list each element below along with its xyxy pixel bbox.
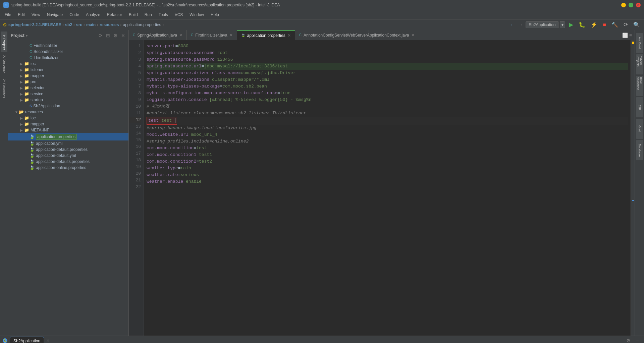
- code-editor[interactable]: server.port=8080 spring.datasource.usern…: [144, 40, 631, 336]
- tree-item-resources[interactable]: ▼ 📂 resources: [8, 109, 128, 115]
- tree-item-secondinitializer[interactable]: C SecondInitializer: [8, 49, 128, 55]
- run-selector-chevron[interactable]: ▾: [560, 21, 565, 28]
- tree-item-listener[interactable]: ▶ 📁 listener: [8, 67, 128, 73]
- debug-minimize-button[interactable]: ─: [634, 338, 641, 343]
- breadcrumb-root[interactable]: spring-boot-2.2.1.RELEASE: [8, 22, 61, 27]
- split-editor-button[interactable]: ⬜: [622, 33, 628, 38]
- tree-arrow: ▶: [20, 92, 24, 96]
- tab-application-properties[interactable]: 🍃 application.properties ✕: [237, 30, 295, 40]
- menu-item-run[interactable]: Run: [141, 11, 155, 18]
- properties-icon: 🍃: [30, 141, 35, 146]
- sync-button[interactable]: ⟳: [98, 32, 103, 39]
- tree-item-mapper[interactable]: ▶ 📁 mapper: [8, 73, 128, 79]
- code-line-21: weather.enable=enable: [147, 178, 628, 185]
- close-panel-button[interactable]: ✕: [120, 32, 126, 39]
- run-green-button[interactable]: ▶: [568, 21, 575, 28]
- code-line-18: com.mooc.condition2=test2: [147, 158, 628, 165]
- tree-item-startup[interactable]: ▶ 📁 startup: [8, 97, 128, 103]
- tree-item-pro[interactable]: ▶ 📁 pro: [8, 79, 128, 85]
- ant-build-panel-button[interactable]: Ant Build: [636, 33, 643, 53]
- breadcrumb-sb2[interactable]: sb2: [65, 22, 72, 27]
- menu-item-view[interactable]: View: [28, 11, 44, 18]
- tree-item-application-defaults-properties[interactable]: 🍃 application-defaults.properties: [8, 159, 128, 165]
- tree-item-service[interactable]: ▶ 📁 service: [8, 91, 128, 97]
- tree-label: pro: [31, 79, 36, 84]
- folder-icon: 📁: [24, 85, 29, 90]
- breadcrumb-resources[interactable]: resources: [100, 22, 119, 27]
- tree-label: application.properties: [36, 134, 77, 140]
- sidebar-header: Project ▾ ⟳ ⊟ ⚙ ✕: [8, 30, 128, 41]
- search-everywhere-button[interactable]: 🔍: [632, 21, 641, 28]
- nav-back-button[interactable]: ←: [509, 22, 515, 28]
- tab-close-button[interactable]: ✕: [229, 33, 233, 38]
- editor-scrollbar[interactable]: [631, 40, 635, 336]
- maven-panel-button[interactable]: Maven Projects: [636, 54, 643, 74]
- recent-files-button[interactable]: ≡: [629, 33, 632, 38]
- close-button[interactable]: ✕: [636, 3, 641, 7]
- run-coverage-button[interactable]: ⚡: [589, 21, 599, 28]
- tree-item-application-default-yml[interactable]: 🍃 application-default.yml: [8, 153, 128, 159]
- vtab-structure[interactable]: Z-Structure: [1, 52, 7, 76]
- breadcrumb-file[interactable]: application.properties: [123, 22, 161, 27]
- sidebar-icons: ⟳ ⊟ ⚙ ✕: [98, 32, 126, 39]
- tree-item-selector[interactable]: ▶ 📁 selector: [8, 85, 128, 91]
- tree-label: Sb2Application: [33, 104, 60, 108]
- tab-firstinitializer[interactable]: C FirstInitializer.java ✕: [187, 30, 237, 40]
- tree-item-resources-ioc[interactable]: ▶ 📁 ioc: [8, 115, 128, 121]
- tree-item-application-online-properties[interactable]: 🍃 application-online.properties: [8, 165, 128, 171]
- tree-label: application-default.yml: [36, 153, 76, 158]
- menu-item-refactor[interactable]: Refactor: [104, 11, 125, 18]
- tree-item-application-yml[interactable]: 🍃 application.yml: [8, 140, 128, 147]
- menu-item-file[interactable]: File: [1, 11, 14, 18]
- run-reload-button[interactable]: ⟳: [622, 21, 629, 28]
- menu-item-vcs[interactable]: VCS: [171, 11, 186, 18]
- breadcrumb-src[interactable]: src: [76, 22, 82, 27]
- tree-item-firstinitializer[interactable]: C FirstInitializer: [8, 43, 128, 49]
- tab-close-button[interactable]: ✕: [179, 33, 182, 38]
- window-title: spring-boot-build [E:\IDEA\springboot_so…: [11, 3, 621, 7]
- tree-item-application-properties[interactable]: 🍃 application.properties: [8, 133, 128, 140]
- menu-item-tools[interactable]: Tools: [155, 11, 171, 18]
- collapse-button[interactable]: ⊟: [105, 32, 111, 39]
- code-line-2: spring.datasource.username=root: [147, 50, 628, 56]
- menu-item-navigate[interactable]: Navigate: [44, 11, 66, 18]
- debug-tab-close[interactable]: ✕: [46, 338, 50, 343]
- menu-item-code[interactable]: Code: [66, 11, 83, 18]
- maximize-button[interactable]: □: [629, 3, 633, 7]
- sidebar-dropdown-icon[interactable]: ▾: [26, 34, 28, 38]
- vtab-favorites[interactable]: 2: Favorites: [1, 76, 7, 101]
- minimize-button[interactable]: ─: [621, 3, 626, 7]
- tree-item-ioc[interactable]: ▶ 📁 ioc: [8, 61, 128, 67]
- run-debug-button[interactable]: 🐛: [577, 21, 587, 28]
- folder-icon: 📁: [24, 73, 29, 78]
- menu-item-help[interactable]: Help: [207, 11, 222, 18]
- tab-close-button[interactable]: ✕: [287, 33, 291, 38]
- run-stop-button[interactable]: ■: [601, 21, 607, 28]
- database-panel-button[interactable]: Database: [636, 140, 643, 160]
- tree-item-application-default-properties[interactable]: 🍃 application-default.properties: [8, 147, 128, 153]
- debug-settings-button[interactable]: ⚙: [624, 338, 633, 343]
- nav-forward-button[interactable]: →: [518, 22, 523, 28]
- run-toolbar: ⚙ spring-boot-2.2.1.RELEASE › sb2 › src …: [0, 19, 644, 30]
- settings-button[interactable]: ⚙: [113, 32, 118, 39]
- debug-panel: 🐛 Sb2Application ✕ ⚙ ─ ▶ ↓ ↙ ↖ ➤ ↗ ≡ ⊞ ⊟: [0, 336, 644, 343]
- grad-panel-button[interactable]: Grad: [636, 119, 643, 139]
- class-icon: C: [30, 44, 32, 48]
- debug-tab-sb2[interactable]: Sb2Application: [10, 337, 44, 343]
- menu-item-edit[interactable]: Edit: [14, 11, 28, 18]
- vtab-project[interactable]: 1: Project: [1, 32, 7, 52]
- tree-item-meta-inf[interactable]: ▶ 📁 META-INF: [8, 127, 128, 133]
- sidebar-tree: C FirstInitializer C SecondInitializer C…: [8, 41, 128, 336]
- menu-item-analyze[interactable]: Analyze: [83, 11, 104, 18]
- run-build-button[interactable]: 🔨: [610, 21, 620, 28]
- jsf-panel-button[interactable]: JSF: [636, 97, 643, 117]
- tab-annotation-config[interactable]: C AnnotationConfigServletWebServerApplic…: [295, 30, 369, 40]
- bean-validation-panel-button[interactable]: Bean Validation: [636, 76, 643, 96]
- menu-item-window[interactable]: Window: [186, 11, 207, 18]
- breadcrumb-main[interactable]: main: [86, 22, 96, 27]
- tab-springapplication[interactable]: C SpringApplication.java ✕: [129, 30, 187, 40]
- menu-item-build[interactable]: Build: [125, 11, 141, 18]
- tree-item-sb2application[interactable]: S Sb2Application: [8, 103, 128, 109]
- tree-item-thirdinitializer[interactable]: C ThirdInitializer: [8, 55, 128, 61]
- tree-item-resources-mapper[interactable]: ▶ 📁 mapper: [8, 121, 128, 127]
